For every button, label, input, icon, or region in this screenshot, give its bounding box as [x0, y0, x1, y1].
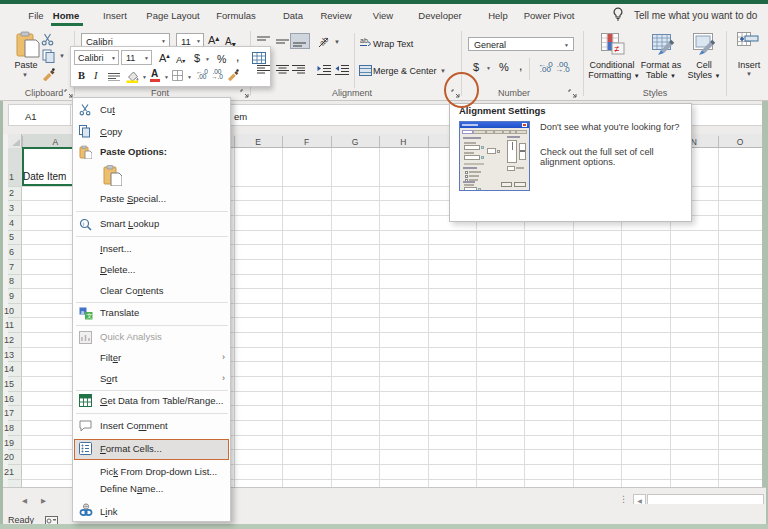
- svg-text:≠: ≠: [615, 44, 620, 54]
- svg-text:i: i: [83, 221, 84, 227]
- svg-text:文: 文: [87, 312, 93, 319]
- svg-text:ab: ab: [360, 37, 368, 44]
